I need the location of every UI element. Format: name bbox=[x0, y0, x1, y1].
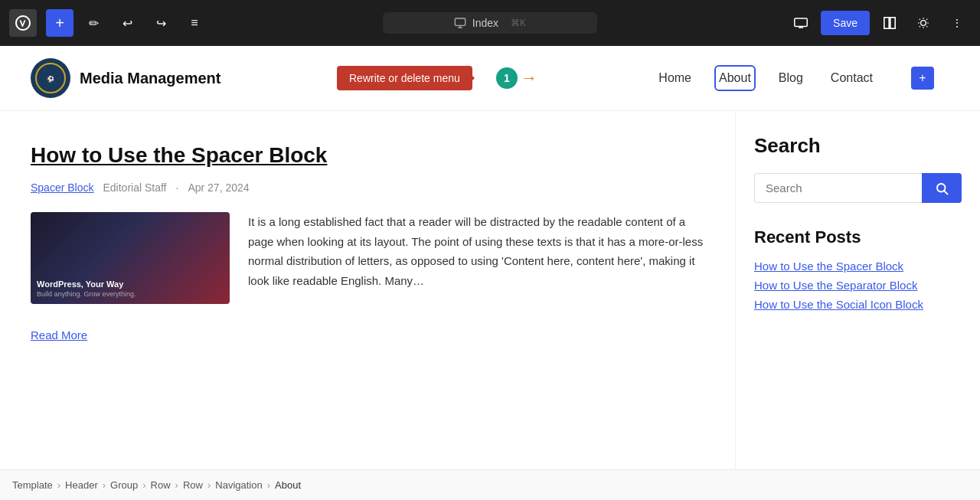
thumb-subtitle: Build anything. Grow everything. bbox=[37, 290, 224, 298]
main-nav: Home About Blog Contact + bbox=[642, 67, 949, 90]
recent-posts-title: Recent Posts bbox=[754, 227, 962, 247]
toolbar-right: Save ⋮ bbox=[787, 9, 971, 37]
step-badge: 1 bbox=[496, 67, 518, 89]
bc-group[interactable]: Group bbox=[110, 479, 138, 491]
svg-line-21 bbox=[944, 191, 947, 194]
theme-toggle-button[interactable] bbox=[910, 9, 937, 37]
top-toolbar: + ✏ ↩ ↪ ≡ Index ⌘K Save bbox=[0, 0, 980, 46]
bc-current: About bbox=[275, 479, 301, 491]
save-button[interactable]: Save bbox=[821, 11, 870, 35]
rewrite-tooltip: Rewrite or delete menu bbox=[337, 66, 472, 90]
search-title: Search bbox=[754, 134, 962, 158]
bc-header[interactable]: Header bbox=[65, 479, 98, 491]
nav-item-about[interactable]: About bbox=[717, 68, 753, 88]
nav-item-blog[interactable]: Blog bbox=[777, 68, 805, 88]
recent-post-1[interactable]: How to Use the Spacer Block bbox=[754, 260, 962, 273]
bc-template[interactable]: Template bbox=[12, 479, 53, 491]
svg-rect-4 bbox=[884, 18, 889, 28]
layout-toggle-button[interactable] bbox=[876, 9, 903, 37]
svg-text:⚽: ⚽ bbox=[47, 75, 54, 83]
site-name: Media Management bbox=[80, 70, 220, 87]
article-date: Apr 27, 2024 bbox=[188, 181, 249, 194]
svg-rect-0 bbox=[455, 18, 465, 25]
bc-row-1[interactable]: Row bbox=[151, 479, 171, 491]
site-header: ⚽ Media Management Rewrite or delete men… bbox=[0, 46, 980, 111]
bc-row-2[interactable]: Row bbox=[183, 479, 203, 491]
content-area: How to Use the Spacer Block Spacer Block… bbox=[0, 111, 980, 469]
article-tag[interactable]: Spacer Block bbox=[31, 181, 93, 194]
recent-post-3[interactable]: How to Use the Social Icon Block bbox=[754, 298, 962, 311]
article-author: Editorial Staff bbox=[103, 181, 166, 194]
logo-image: ⚽ bbox=[31, 58, 70, 98]
thumb-title: WordPress, Your Way bbox=[37, 279, 224, 289]
bc-navigation[interactable]: Navigation bbox=[215, 479, 262, 491]
redo-button[interactable]: ↪ bbox=[147, 9, 175, 37]
search-widget bbox=[754, 173, 962, 203]
breadcrumb: Template › Header › Group › Row › Row › … bbox=[0, 469, 980, 500]
undo-button[interactable]: ↩ bbox=[113, 9, 141, 37]
article-body: WordPress, Your Way Build anything. Grow… bbox=[31, 212, 704, 304]
nav-item-contact[interactable]: Contact bbox=[829, 68, 874, 88]
svg-rect-5 bbox=[890, 18, 895, 28]
svg-point-6 bbox=[921, 21, 926, 26]
main-content: How to Use the Spacer Block Spacer Block… bbox=[0, 111, 735, 469]
article-excerpt: It is a long established fact that a rea… bbox=[248, 212, 704, 304]
nav-add-button[interactable]: + bbox=[911, 67, 934, 90]
wp-logo bbox=[9, 9, 37, 37]
edit-mode-button[interactable]: ✏ bbox=[80, 9, 107, 37]
page-area: ⚽ Media Management Rewrite or delete men… bbox=[0, 46, 980, 500]
add-block-button[interactable]: + bbox=[46, 9, 74, 37]
preview-button[interactable] bbox=[787, 9, 815, 37]
url-shortcut: ⌘K bbox=[511, 18, 526, 28]
url-label: Index bbox=[472, 17, 498, 29]
nav-item-home[interactable]: Home bbox=[657, 68, 693, 88]
read-more-link[interactable]: Read More bbox=[31, 328, 87, 342]
site-logo: ⚽ Media Management bbox=[31, 58, 220, 98]
meta-separator: · bbox=[176, 181, 179, 194]
arrow-indicator: → bbox=[521, 68, 537, 88]
list-view-button[interactable]: ≡ bbox=[181, 9, 208, 37]
article-title: How to Use the Spacer Block bbox=[31, 142, 704, 169]
search-submit-button[interactable] bbox=[922, 173, 962, 203]
url-bar[interactable]: Index ⌘K bbox=[383, 12, 597, 34]
search-input[interactable] bbox=[754, 173, 922, 203]
recent-post-2[interactable]: How to Use the Separator Block bbox=[754, 279, 962, 292]
article-meta: Spacer Block Editorial Staff · Apr 27, 2… bbox=[31, 181, 704, 194]
sidebar: Search Recent Posts How to Use the Space… bbox=[735, 111, 980, 469]
svg-rect-1 bbox=[795, 18, 808, 27]
more-options-button[interactable]: ⋮ bbox=[943, 9, 971, 37]
article-thumbnail: WordPress, Your Way Build anything. Grow… bbox=[31, 212, 230, 304]
